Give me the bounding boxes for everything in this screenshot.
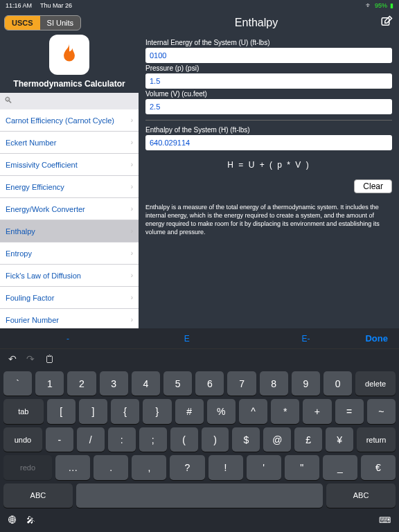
key[interactable]: + [303,399,331,423]
key[interactable]: ] [79,399,107,423]
globe-icon[interactable]: 🌐︎ [8,515,17,525]
sidebar-list[interactable]: Carnot Efficiency (Carnot Cycle)›Eckert … [0,109,139,328]
content-pane: Internal Energy of the System (U) (ft-lb… [139,35,399,328]
key[interactable]: € [361,455,396,479]
battery-indicator: 95% [375,2,387,9]
key[interactable]: 4 [132,371,160,396]
chevron-right-icon: › [131,183,133,190]
key[interactable]: 1 [35,371,64,396]
kb-hint-3[interactable]: E- [247,334,366,344]
key[interactable]: / [77,427,105,452]
chevron-right-icon: › [131,249,133,257]
key[interactable]: ? [170,455,204,479]
key[interactable]: [ [47,399,76,423]
keyboard: - E E- Done ↶ ↷ 📋︎ `1234567890deletetab[… [0,328,399,532]
key[interactable]: 8 [260,371,288,396]
formula-text: H = U + ( p * V ) [145,150,392,179]
key[interactable]: { [111,399,139,423]
status-date: Thu Mar 26 [40,2,72,9]
input-u-label: Internal Energy of the System (U) (ft-lb… [145,39,392,46]
kb-done-button[interactable]: Done [365,333,391,344]
key[interactable]: 9 [292,371,320,396]
status-bar: 11:16 AM Thu Mar 26 ᯤ 95% ▮ [0,0,399,11]
key-undo[interactable]: undo [3,427,42,452]
kb-hint-1[interactable]: - [8,334,127,344]
key-tab[interactable]: tab [3,399,44,423]
mic-icon[interactable]: 🎤︎ [26,515,35,525]
key[interactable]: $ [232,427,260,452]
key[interactable]: : [108,427,136,452]
top-bar: USCS SI Units Enthalpy [0,11,399,35]
key[interactable]: 6 [195,371,224,396]
key[interactable]: ` [3,371,32,396]
key[interactable]: ' [247,455,281,479]
key[interactable]: ! [209,455,243,479]
key[interactable]: _ [323,455,357,479]
input-p-label: Pressure (p) (psi) [145,64,392,72]
sidebar-item[interactable]: Fouling Factor› [0,287,139,309]
key[interactable]: £ [294,427,322,452]
sidebar-item[interactable]: Enthalpy› [0,220,139,242]
sidebar-item[interactable]: Fourier Number› [0,309,139,328]
chevron-right-icon: › [131,161,133,168]
key[interactable]: # [175,399,204,423]
key[interactable]: 0 [323,371,352,396]
key[interactable]: … [55,455,90,479]
key[interactable]: - [46,427,73,452]
unit-toggle: USCS SI Units [4,15,81,30]
keyboard-icon[interactable]: ⌨ [379,515,391,525]
unit-uscs-button[interactable]: USCS [5,16,40,30]
input-p[interactable] [145,73,392,89]
key[interactable]: ^ [239,399,267,423]
sidebar-item[interactable]: Carnot Efficiency (Carnot Cycle)› [0,109,139,132]
key[interactable]: % [207,399,236,423]
key-redo[interactable]: redo [3,455,52,479]
page-title: Enthalpy [139,17,374,29]
unit-si-button[interactable]: SI Units [40,16,81,30]
redo-icon[interactable]: ↷ [26,353,35,364]
key-delete[interactable]: delete [355,371,396,396]
key[interactable]: ¥ [326,427,353,452]
kb-hint-2[interactable]: E [127,334,247,344]
key[interactable]: ) [202,427,229,452]
app-name: Thermodynamics Calculator [0,79,139,89]
key[interactable]: 3 [100,371,128,396]
divider [145,120,392,121]
search-input[interactable] [0,93,139,109]
sidebar-item[interactable]: Energy/Work Converter› [0,198,139,220]
search-wrap: 🔍︎ [0,93,139,109]
sidebar-item[interactable]: Emissivity Coefficient› [0,154,139,176]
sidebar-item[interactable]: Energy Efficiency› [0,176,139,198]
key[interactable]: 2 [67,371,96,396]
key[interactable]: ; [139,427,167,452]
key[interactable]: " [285,455,319,479]
key[interactable]: 5 [163,371,192,396]
clear-button[interactable]: Clear [354,179,392,193]
key-abc[interactable]: ABC [326,484,396,508]
chevron-right-icon: › [131,272,133,279]
key[interactable]: ~ [367,399,396,423]
input-v[interactable] [145,99,392,114]
compose-icon[interactable] [374,15,399,31]
key[interactable]: . [94,455,128,479]
clipboard-icon[interactable]: 📋︎ [44,353,54,364]
sidebar-item[interactable]: Entropy› [0,242,139,265]
key[interactable]: * [271,399,299,423]
input-u[interactable] [145,48,392,63]
key-return[interactable]: return [357,427,396,452]
key[interactable]: } [143,399,171,423]
output-h[interactable] [145,135,392,150]
input-v-label: Volume (V) (cu.feet) [145,90,392,98]
search-icon: 🔍︎ [4,96,12,105]
sidebar-item[interactable]: Fick's Law of Diffusion› [0,265,139,287]
sidebar-item[interactable]: Eckert Number› [0,132,139,154]
undo-icon[interactable]: ↶ [8,353,17,364]
chevron-right-icon: › [131,294,133,301]
key-abc[interactable]: ABC [3,484,73,508]
key[interactable]: 7 [227,371,256,396]
key-space[interactable] [76,484,323,508]
key[interactable]: @ [263,427,291,452]
key[interactable]: ( [170,427,198,452]
key[interactable]: , [132,455,166,479]
key[interactable]: = [335,399,364,423]
